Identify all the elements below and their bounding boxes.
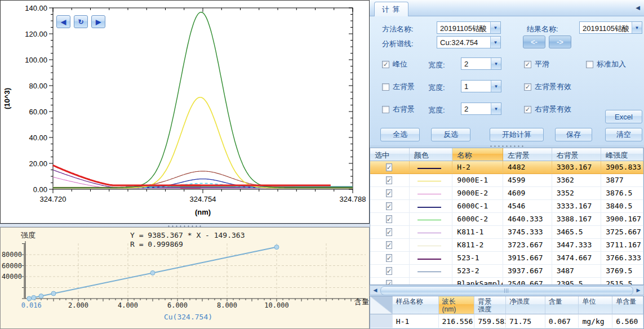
horizontal-scrollbar[interactable]: ◀ ▶ bbox=[370, 285, 644, 295]
chevron-down-icon[interactable]: ▼ bbox=[491, 81, 501, 92]
excel-button[interactable]: Excel bbox=[605, 110, 642, 123]
tab-calculate[interactable]: 计 算 bbox=[374, 2, 408, 17]
spectra-chart-canvas[interactable]: 0.0020.0040.0060.0080.00100.00120.00140.… bbox=[1, 1, 369, 223]
row-checkbox[interactable]: ✓ bbox=[386, 176, 392, 184]
peak-width-dropdown[interactable]: 2 ▼ bbox=[461, 57, 501, 70]
right-bg-width-dropdown[interactable]: 2 ▼ bbox=[461, 103, 501, 115]
results-header-1[interactable]: 颜色 bbox=[410, 148, 453, 161]
method-name-label: 方法名称: bbox=[382, 24, 414, 34]
chart-next-button[interactable]: ▶ bbox=[91, 15, 105, 28]
nav-forward-button[interactable]: -> bbox=[549, 35, 571, 48]
results-header-0[interactable]: 选中 bbox=[370, 148, 410, 161]
results-header-2[interactable]: 名称 bbox=[452, 148, 503, 161]
table-corner-select-all[interactable] bbox=[370, 296, 393, 314]
method-name-dropdown[interactable]: 20191105钴酸 ▼ bbox=[437, 21, 501, 34]
chevron-down-icon[interactable]: ▼ bbox=[490, 22, 500, 33]
right-bg-valid-checkbox[interactable]: ✓ bbox=[524, 106, 531, 113]
clear-button[interactable]: 清空 bbox=[605, 128, 642, 141]
chevron-down-icon[interactable]: ▼ bbox=[491, 58, 501, 69]
sample-cell-1: 216.556 bbox=[439, 314, 475, 328]
row-peak: 3769.5 bbox=[601, 265, 643, 277]
chevron-down-icon[interactable]: ▼ bbox=[490, 37, 500, 48]
sample-header-1[interactable]: 波长 (nm) bbox=[439, 296, 475, 314]
y-tick-label: 80.00 bbox=[29, 82, 47, 90]
scroll-left-arrow-icon[interactable]: ◀ bbox=[371, 286, 380, 295]
row-checkbox[interactable]: ✓ bbox=[386, 241, 392, 249]
peak-width-value[interactable]: 2 bbox=[461, 58, 491, 69]
table-row[interactable]: ✓K811-23723.6673447.3333711.167 bbox=[370, 239, 643, 252]
row-checkbox-cell: ✓ bbox=[370, 265, 410, 277]
row-checkbox[interactable]: ✓ bbox=[386, 189, 392, 197]
collapse-arrow-icon[interactable]: ◀ bbox=[636, 5, 640, 11]
table-row[interactable]: ✓K811-13745.3333465.53725.667 bbox=[370, 226, 643, 239]
chevron-down-icon[interactable]: ▼ bbox=[491, 103, 501, 114]
scroll-right-arrow-icon[interactable]: ▶ bbox=[634, 286, 643, 295]
scrollbar-thumb[interactable] bbox=[380, 286, 633, 295]
row-checkbox[interactable]: ✓ bbox=[386, 254, 392, 262]
row-name: K811-2 bbox=[452, 239, 503, 251]
method-name-value[interactable]: 20191105钴酸 bbox=[437, 22, 490, 33]
result-name-dropdown[interactable]: 20191105钴酸 ▼ bbox=[579, 21, 642, 34]
table-row[interactable]: ✓9000E-1459933623877 bbox=[370, 174, 643, 187]
left-bg-valid-checkbox-row[interactable]: ✓ 左背景有效 bbox=[524, 82, 571, 92]
sample-cell-3: 71.75 bbox=[506, 314, 545, 328]
table-row[interactable]: ✓H-244823303.1673905.833 bbox=[370, 161, 643, 174]
right-bg-width-value[interactable]: 2 bbox=[461, 103, 491, 114]
left-bg-valid-checkbox[interactable]: ✓ bbox=[524, 83, 531, 91]
analysis-line-dropdown[interactable]: Cu:324.754 ▼ bbox=[437, 36, 501, 48]
right-bg-valid-checkbox-row[interactable]: ✓ 右背景有效 bbox=[524, 104, 571, 114]
row-checkbox[interactable]: ✓ bbox=[386, 215, 392, 223]
invert-selection-button[interactable]: 反选 bbox=[431, 128, 470, 141]
row-color-cell bbox=[410, 239, 453, 251]
sample-header-6[interactable]: 单含量 bbox=[612, 296, 643, 314]
left-bg-width-dropdown[interactable]: 1 ▼ bbox=[461, 80, 501, 92]
table-row[interactable]: ✓523-23937.66734873769.5 bbox=[370, 265, 643, 278]
sample-row[interactable]: H-1216.556759.58371.750.067mg/kg6.560 bbox=[370, 314, 643, 328]
select-all-button[interactable]: 全选 bbox=[380, 128, 420, 141]
row-checkbox[interactable]: ✓ bbox=[386, 202, 392, 210]
chevron-down-icon[interactable]: ▼ bbox=[632, 22, 642, 33]
chart-refresh-button[interactable]: ↻ bbox=[74, 15, 88, 28]
peak-checkbox[interactable]: ✓ bbox=[382, 61, 389, 68]
standard-add-checkbox-row[interactable]: 标准加入 bbox=[586, 59, 626, 69]
right-bg-checkbox[interactable] bbox=[382, 106, 389, 113]
chart-prev-button[interactable]: ◀ bbox=[56, 15, 70, 28]
save-button[interactable]: 保存 bbox=[555, 128, 592, 141]
row-peak: 2515.5 bbox=[601, 278, 643, 285]
row-checkbox[interactable]: ✓ bbox=[386, 228, 392, 236]
results-header-4[interactable]: 右背景 bbox=[552, 148, 602, 161]
sample-header-2[interactable]: 背景 强度 bbox=[474, 296, 506, 314]
table-row[interactable]: ✓BlankSample12540.6672395.52515.5 bbox=[370, 278, 643, 285]
sample-cell-5: mg/kg bbox=[579, 314, 612, 328]
results-header-5[interactable]: 峰强度 bbox=[601, 148, 643, 161]
sample-header-3[interactable]: 净强度 bbox=[506, 296, 545, 314]
spectra-chart[interactable]: 0.0020.0040.0060.0080.00100.00120.00140.… bbox=[0, 0, 370, 224]
table-row[interactable]: ✓9000E-2460933523876.5 bbox=[370, 187, 643, 200]
sample-header-5[interactable]: 单位 bbox=[579, 296, 612, 314]
smooth-checkbox[interactable]: ✓ bbox=[524, 61, 531, 68]
analysis-line-value[interactable]: Cu:324.754 bbox=[437, 37, 490, 48]
table-row[interactable]: ✓6000C-24640.3333388.1673900.167 bbox=[370, 213, 643, 226]
sample-header-0[interactable]: 样品名称 bbox=[393, 296, 439, 314]
table-row[interactable]: ✓523-13915.6673474.6673766.333 bbox=[370, 252, 643, 265]
row-checkbox[interactable]: ✓ bbox=[386, 267, 392, 275]
results-header-3[interactable]: 左背景 bbox=[503, 148, 552, 161]
left-bg-width-value[interactable]: 1 bbox=[461, 81, 491, 92]
left-bg-checkbox[interactable] bbox=[382, 83, 389, 91]
sample-row-selector[interactable] bbox=[370, 314, 393, 328]
right-bg-checkbox-row[interactable]: 右背景 bbox=[382, 104, 415, 114]
start-calculation-button[interactable]: 开始计算 bbox=[490, 128, 544, 141]
sample-header-4[interactable]: 含量 bbox=[545, 296, 579, 314]
left-bg-checkbox-row[interactable]: 左背景 bbox=[382, 82, 415, 92]
standard-add-checkbox[interactable] bbox=[586, 61, 593, 68]
series-color-swatch bbox=[418, 207, 441, 208]
row-left-bg: 3723.667 bbox=[503, 239, 552, 251]
calibration-chart-canvas: 4000060000800000.0162.0004.0006.0008.000… bbox=[1, 228, 369, 328]
row-checkbox[interactable]: ✓ bbox=[386, 280, 392, 285]
row-checkbox[interactable]: ✓ bbox=[386, 163, 392, 171]
table-row[interactable]: ✓6000C-145463333.1673840.5 bbox=[370, 200, 643, 213]
nav-back-button[interactable]: <- bbox=[523, 35, 545, 48]
smooth-checkbox-row[interactable]: ✓ 平滑 bbox=[524, 59, 549, 69]
peak-checkbox-row[interactable]: ✓ 峰位 bbox=[382, 59, 407, 69]
result-name-value[interactable]: 20191105钴酸 bbox=[580, 22, 632, 33]
